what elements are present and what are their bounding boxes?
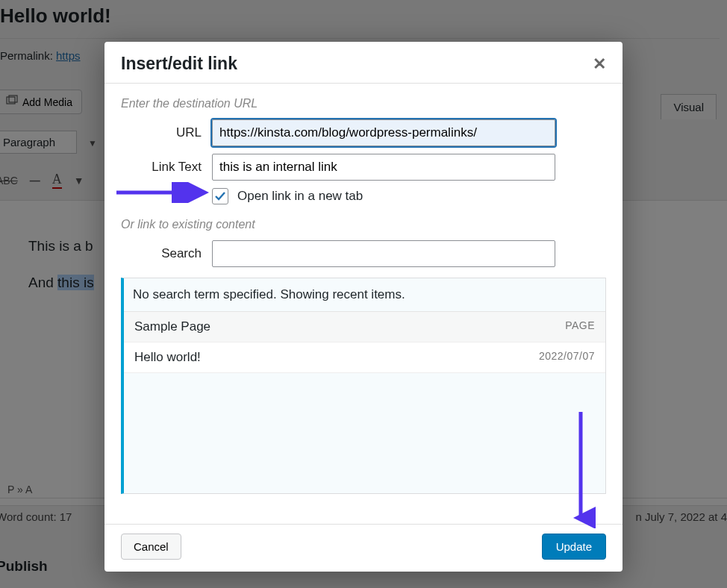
permalink-url[interactable]: https — [56, 49, 81, 62]
result-title: Sample Page — [134, 319, 210, 334]
publish-heading: Publish — [0, 558, 48, 575]
new-tab-checkbox[interactable] — [212, 188, 228, 204]
editor-toolbar-row2: ABC — A ▼ — [0, 172, 84, 189]
result-item[interactable]: Hello world! 2022/07/07 — [124, 343, 605, 373]
search-label: Search — [121, 246, 202, 261]
media-icon — [6, 95, 18, 109]
cancel-button[interactable]: Cancel — [121, 534, 181, 560]
add-media-button[interactable]: Add Media — [0, 90, 82, 114]
update-button[interactable]: Update — [542, 534, 606, 560]
search-input[interactable] — [212, 240, 555, 267]
url-label: URL — [121, 125, 202, 140]
add-media-label: Add Media — [22, 96, 72, 108]
tab-visual[interactable]: Visual — [661, 94, 717, 119]
last-edited: n July 7, 2022 at 4 — [635, 510, 727, 523]
svg-rect-0 — [7, 97, 15, 104]
result-item[interactable]: Sample Page PAGE — [124, 312, 605, 343]
insert-link-modal: Insert/edit link ✕ Enter the destination… — [104, 42, 623, 572]
result-title: Hello world! — [134, 350, 201, 365]
results-panel: No search term specified. Showing recent… — [121, 278, 606, 494]
word-count: Word count: 17 — [0, 510, 72, 523]
chevron-down-icon: ▼ — [88, 138, 97, 148]
permalink-label: Permalink: — [0, 49, 53, 62]
text-color-icon[interactable]: A — [52, 172, 62, 189]
modal-title: Insert/edit link — [121, 54, 237, 74]
strike-icon[interactable]: ABC — [0, 175, 18, 187]
result-meta: 2022/07/07 — [539, 350, 595, 365]
link-text-label: Link Text — [121, 160, 202, 175]
block-format-select[interactable]: Paragraph — [0, 131, 77, 154]
svg-rect-1 — [9, 96, 17, 102]
result-meta: PAGE — [565, 319, 595, 334]
results-message: No search term specified. Showing recent… — [124, 278, 605, 312]
close-icon[interactable]: ✕ — [593, 54, 606, 74]
selected-text: this is — [57, 275, 94, 290]
editor-tabs: Visual — [661, 94, 717, 119]
chevron-down-icon[interactable]: ▼ — [74, 175, 84, 187]
url-input[interactable] — [212, 119, 555, 146]
editor-text-line: And — [28, 275, 57, 290]
hint-destination: Enter the destination URL — [121, 97, 606, 110]
hr-icon[interactable]: — — [30, 175, 40, 187]
page-title: Hello world! — [0, 0, 727, 38]
hint-existing: Or link to existing content — [121, 218, 606, 231]
link-text-input[interactable] — [212, 154, 555, 181]
editor-text-line: This is a b — [28, 238, 93, 254]
new-tab-label: Open link in a new tab — [237, 189, 363, 204]
